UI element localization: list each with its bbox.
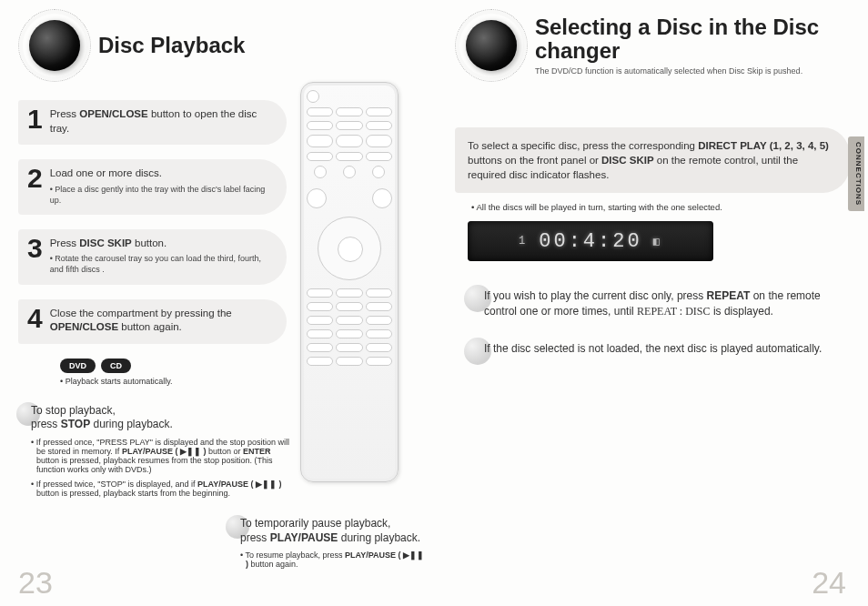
step-text: Press DISC SKIP button.• Rotate the caro… bbox=[50, 237, 274, 276]
pause-callout: To temporarily pause playback,press PLAY… bbox=[227, 517, 428, 569]
pause-bullet-1: To resume playback, press PLAY/PAUSE ( ▶… bbox=[240, 550, 428, 569]
header-right: Selecting a Disc in the Disc changer The… bbox=[455, 9, 850, 82]
step-text: Load one or more discs.• Place a disc ge… bbox=[50, 167, 274, 206]
page-left: Disc Playback 1Press OPEN/CLOSE button t… bbox=[0, 0, 437, 606]
stop-callout: To stop playback,press STOP during playb… bbox=[18, 404, 291, 498]
lcd-display: 1 00:4:20 ◧ bbox=[468, 221, 713, 261]
step-text: Press OPEN/CLOSE button to open the disc… bbox=[50, 107, 274, 136]
display-time: 00:4:20 bbox=[539, 230, 641, 253]
title-left: Disc Playback bbox=[98, 34, 245, 57]
page-number-right: 24 bbox=[812, 565, 846, 601]
badge-cd: CD bbox=[101, 359, 131, 373]
not-loaded-note: If the disc selected is not loaded, the … bbox=[468, 341, 850, 357]
section-tab: CONNECTIONS bbox=[848, 136, 864, 211]
page-right: Selecting a Disc in the Disc changer The… bbox=[437, 0, 868, 606]
stop-head: To stop playback,press STOP during playb… bbox=[18, 404, 291, 432]
step-number: 4 bbox=[27, 305, 43, 332]
repeat-note: If you wish to play the current disc onl… bbox=[468, 288, 850, 319]
info-box: To select a specific disc, press the cor… bbox=[455, 127, 850, 193]
step-2: 2Load one or more discs.• Place a disc g… bbox=[18, 159, 287, 215]
remote-control-illustration bbox=[300, 82, 399, 482]
display-disc-num: 1 bbox=[519, 235, 528, 247]
disc-graphic-icon bbox=[18, 9, 91, 82]
auto-play-note: Playback starts automatically. bbox=[60, 377, 324, 386]
subtitle-right: The DVD/CD function is automatically sel… bbox=[535, 66, 850, 76]
page-number-left: 23 bbox=[18, 565, 53, 601]
step-4: 4Close the compartment by pressing the O… bbox=[18, 299, 287, 344]
display-icon: ◧ bbox=[653, 235, 662, 248]
stop-bullet-2: If pressed twice, "STOP" is displayed, a… bbox=[31, 480, 291, 498]
pause-head: To temporarily pause playback,press PLAY… bbox=[227, 517, 428, 545]
all-discs-note: All the discs will be played in turn, st… bbox=[471, 202, 850, 212]
stop-bullet-1: If pressed once, "PRESS PLAY" is display… bbox=[31, 438, 291, 474]
header-left: Disc Playback bbox=[18, 9, 419, 82]
step-text: Close the compartment by pressing the OP… bbox=[50, 307, 274, 335]
step-number: 2 bbox=[27, 165, 43, 192]
step-1: 1Press OPEN/CLOSE button to open the dis… bbox=[18, 100, 287, 145]
step-3: 3Press DISC SKIP button.• Rotate the car… bbox=[18, 229, 287, 285]
badge-dvd: DVD bbox=[60, 359, 96, 373]
step-number: 3 bbox=[27, 235, 43, 262]
disc-graphic-icon bbox=[455, 9, 528, 82]
step-number: 1 bbox=[27, 106, 43, 133]
title-right: Selecting a Disc in the Disc changer bbox=[535, 15, 850, 64]
